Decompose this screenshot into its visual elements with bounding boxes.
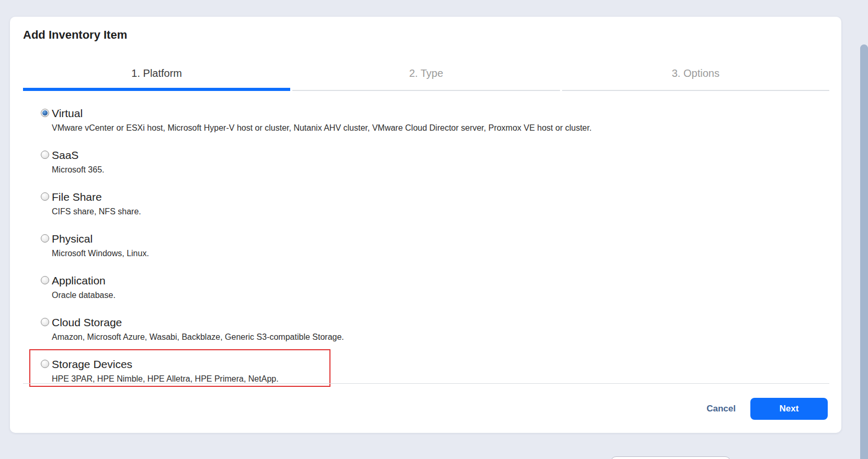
platform-option-label[interactable]: Application <box>52 274 829 287</box>
platform-option-label[interactable]: SaaS <box>52 148 829 162</box>
platform-option-label[interactable]: Virtual <box>52 107 829 120</box>
platform-option-label[interactable]: File Share <box>52 190 829 203</box>
wizard-tab[interactable]: 2. Type <box>292 63 559 91</box>
platform-option-description: HPE 3PAR, HPE Nimble, HPE Alletra, HPE P… <box>52 373 829 384</box>
platform-option-description: Oracle database. <box>52 290 829 301</box>
partially-visible-panel <box>611 456 730 459</box>
platform-option-row[interactable]: SaaS Microsoft 365. <box>23 148 829 175</box>
platform-option-row[interactable]: Physical Microsoft Windows, Linux. <box>23 232 829 259</box>
vertical-scrollbar-thumb[interactable] <box>860 44 868 459</box>
platform-options-list: Virtual VMware vCenter or ESXi host, Mic… <box>23 107 829 399</box>
platform-option-description: Microsoft Windows, Linux. <box>52 248 829 259</box>
platform-option-label[interactable]: Physical <box>52 232 829 245</box>
platform-option-row[interactable]: Cloud Storage Amazon, Microsoft Azure, W… <box>23 316 829 342</box>
radio-button-icon[interactable] <box>41 109 49 117</box>
radio-button-icon[interactable] <box>41 151 49 159</box>
wizard-tab-label: 2. Type <box>409 67 443 79</box>
platform-option-description: VMware vCenter or ESXi host, Microsoft H… <box>52 122 829 133</box>
platform-option-description: Amazon, Microsoft Azure, Wasabi, Backbla… <box>52 331 829 342</box>
next-button[interactable]: Next <box>750 398 828 420</box>
wizard-tab-bar: 1. Platform 2. Type 3. Options <box>23 63 829 91</box>
radio-button-icon[interactable] <box>41 318 49 326</box>
wizard-tab-label: 3. Options <box>672 67 719 79</box>
platform-option-row[interactable]: Storage Devices HPE 3PAR, HPE Nimble, HP… <box>23 358 829 384</box>
platform-option-label[interactable]: Storage Devices <box>52 358 829 371</box>
wizard-tab[interactable]: 1. Platform <box>23 63 290 91</box>
platform-option-row[interactable]: Virtual VMware vCenter or ESXi host, Mic… <box>23 107 829 133</box>
platform-option-description: CIFS share, NFS share. <box>52 206 829 217</box>
add-inventory-dialog: Add Inventory Item 1. Platform 2. Type 3… <box>10 17 841 433</box>
radio-button-icon[interactable] <box>41 360 49 368</box>
cancel-button[interactable]: Cancel <box>706 404 736 414</box>
radio-button-icon[interactable] <box>41 234 49 243</box>
platform-option-row[interactable]: Application Oracle database. <box>23 274 829 301</box>
dialog-title: Add Inventory Item <box>23 28 127 42</box>
platform-option-label[interactable]: Cloud Storage <box>52 316 829 329</box>
platform-option-row[interactable]: File Share CIFS share, NFS share. <box>23 190 829 217</box>
wizard-tab[interactable]: 3. Options <box>562 63 829 91</box>
footer-divider <box>23 383 829 384</box>
radio-button-icon[interactable] <box>41 192 49 201</box>
wizard-tab-label: 1. Platform <box>131 67 182 79</box>
radio-button-icon[interactable] <box>41 276 49 284</box>
platform-option-description: Microsoft 365. <box>52 164 829 175</box>
